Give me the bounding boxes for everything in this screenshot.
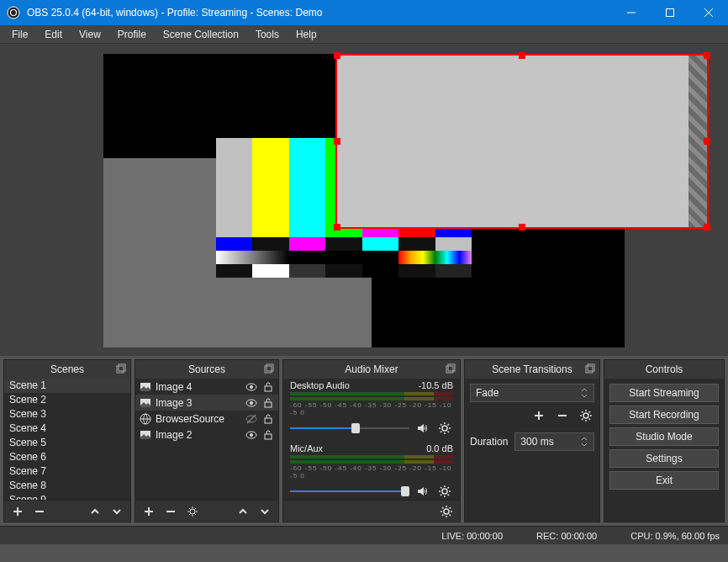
volume-slider[interactable]	[290, 489, 409, 494]
channel-name: Mic/Aux	[290, 443, 323, 453]
transitions-title: Scene Transitions	[492, 363, 572, 375]
volume-slider[interactable]	[290, 426, 409, 431]
scene-row[interactable]: Scene 8	[4, 479, 130, 493]
gear-icon[interactable]	[438, 503, 455, 520]
sources-header: Sources	[135, 360, 278, 379]
svg-point-12	[250, 385, 253, 389]
studio-mode-button[interactable]: Studio Mode	[609, 427, 719, 446]
menu-help[interactable]: Help	[288, 27, 325, 42]
menu-tools[interactable]: Tools	[247, 27, 288, 42]
exit-button[interactable]: Exit	[609, 471, 719, 490]
source-properties-button[interactable]	[184, 503, 201, 520]
unlock-icon[interactable]	[261, 412, 275, 426]
duration-spinbox[interactable]: 300 ms	[514, 432, 594, 451]
menu-view[interactable]: View	[71, 27, 109, 42]
channel-db: 0.0 dB	[426, 443, 453, 453]
scene-row[interactable]: Scene 5	[4, 436, 130, 450]
scenes-list[interactable]: Scene 1 Scene 2 Scene 3 Scene 4 Scene 5 …	[4, 379, 130, 500]
dock-popout-icon[interactable]	[445, 363, 456, 374]
updown-icon	[580, 387, 588, 399]
scene-row[interactable]: Scene 3	[4, 407, 130, 422]
selection-handle-se[interactable]	[704, 224, 710, 231]
remove-scene-button[interactable]	[31, 503, 48, 520]
obs-app-icon	[7, 6, 20, 19]
selection-handle-nw[interactable]	[334, 52, 340, 59]
dock-popout-icon[interactable]	[115, 363, 127, 374]
selection-handle-sw[interactable]	[334, 224, 340, 231]
move-source-down-button[interactable]	[256, 503, 273, 520]
transition-current: Fade	[476, 387, 499, 399]
scene-row[interactable]: Scene 9	[4, 493, 130, 500]
preview-canvas[interactable]	[103, 54, 625, 347]
selection-box[interactable]	[335, 54, 709, 229]
eye-icon[interactable]	[245, 380, 258, 394]
scenes-title: Scenes	[50, 363, 84, 375]
menu-scene-collection[interactable]: Scene Collection	[155, 27, 247, 42]
menu-file[interactable]: File	[3, 27, 36, 42]
sources-list[interactable]: Image 4 Image 3 BrowserSource Image 2	[135, 379, 278, 500]
svg-rect-9	[266, 364, 273, 371]
audio-meter	[290, 455, 453, 459]
source-row[interactable]: Image 3	[135, 395, 278, 411]
source-row[interactable]: BrowserSource	[135, 411, 278, 427]
gear-icon[interactable]	[578, 407, 594, 424]
svg-rect-27	[446, 366, 453, 373]
mixer-toolbar	[283, 500, 460, 522]
controls-header: Controls	[604, 360, 724, 379]
selection-handle-ne[interactable]	[704, 52, 710, 59]
duration-label: Duration	[470, 436, 508, 448]
selection-handle-n[interactable]	[519, 52, 525, 59]
scene-row[interactable]: Scene 6	[4, 450, 130, 464]
start-streaming-button[interactable]: Start Streaming	[609, 384, 719, 402]
gear-icon[interactable]	[436, 420, 453, 437]
eye-icon[interactable]	[245, 428, 258, 442]
menu-edit[interactable]: Edit	[36, 27, 71, 42]
selection-handle-s[interactable]	[519, 224, 525, 231]
globe-icon	[139, 412, 152, 426]
dock-popout-icon[interactable]	[584, 363, 596, 374]
menu-bar: File Edit View Profile Scene Collection …	[0, 25, 728, 44]
audio-meter	[290, 460, 453, 464]
eye-icon[interactable]	[245, 396, 258, 410]
unlock-icon[interactable]	[261, 380, 275, 394]
remove-source-button[interactable]	[162, 503, 179, 520]
dock-popout-icon[interactable]	[263, 363, 275, 374]
unlock-icon[interactable]	[261, 396, 275, 410]
window-close-button[interactable]	[689, 0, 728, 25]
speaker-icon[interactable]	[414, 420, 431, 437]
window-minimize-button[interactable]	[612, 0, 651, 25]
scene-row[interactable]: Scene 2	[4, 393, 130, 407]
window-maximize-button[interactable]	[651, 0, 689, 25]
remove-transition-button[interactable]	[554, 407, 571, 424]
selection-handle-e[interactable]	[704, 138, 710, 145]
eye-off-icon[interactable]	[245, 412, 258, 426]
window-titlebar: OBS 25.0.4 (64-bit, windows) - Profile: …	[0, 0, 728, 25]
svg-point-30	[442, 489, 447, 494]
gear-icon[interactable]	[436, 483, 453, 500]
svg-point-24	[250, 433, 253, 437]
speaker-icon[interactable]	[414, 483, 431, 500]
start-recording-button[interactable]: Start Recording	[609, 406, 719, 424]
image-icon	[139, 396, 152, 410]
unlock-icon[interactable]	[261, 428, 275, 442]
add-source-button[interactable]	[140, 503, 157, 520]
svg-rect-21	[265, 418, 272, 423]
menu-profile[interactable]: Profile	[109, 27, 155, 42]
scenes-dock: Scenes Scene 1 Scene 2 Scene 3 Scene 4 S…	[3, 359, 131, 522]
scene-row[interactable]: Scene 7	[4, 464, 130, 479]
settings-button[interactable]: Settings	[609, 449, 719, 468]
scene-row[interactable]: Scene 1	[4, 379, 130, 393]
source-row[interactable]: Image 4	[135, 379, 278, 395]
move-scene-up-button[interactable]	[87, 503, 103, 520]
selection-handle-w[interactable]	[334, 138, 340, 145]
transition-select[interactable]: Fade	[470, 384, 594, 402]
move-source-up-button[interactable]	[235, 503, 251, 520]
meter-ticks: -60 -55 -50 -45 -40 -35 -30 -25 -20 -15 …	[290, 401, 453, 416]
scene-row[interactable]: Scene 4	[4, 422, 130, 436]
source-row[interactable]: Image 2	[135, 427, 278, 443]
add-scene-button[interactable]	[9, 503, 26, 520]
add-transition-button[interactable]	[530, 407, 547, 424]
move-scene-down-button[interactable]	[108, 503, 125, 520]
audio-meter	[290, 392, 453, 395]
svg-point-29	[442, 426, 447, 431]
